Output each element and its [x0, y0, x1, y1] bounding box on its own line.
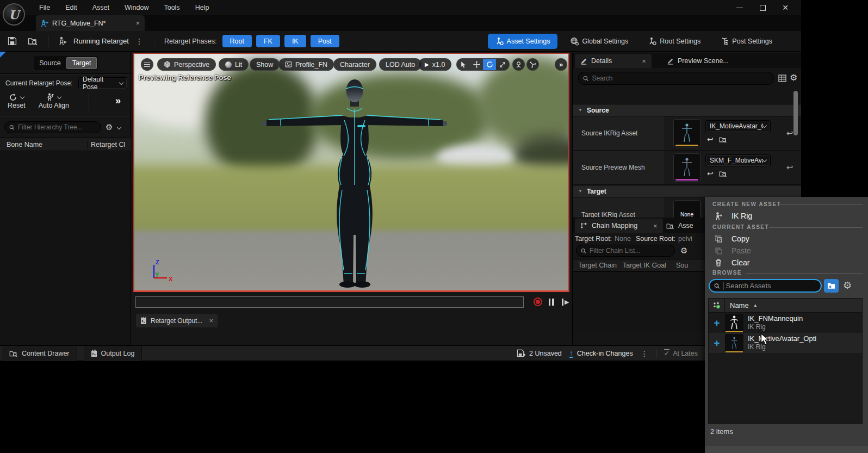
save-button[interactable]	[8, 36, 17, 46]
menu-item-clear[interactable]: Clear	[705, 257, 868, 269]
col-source-chain[interactable]: Sou	[676, 262, 688, 269]
target-toggle-button[interactable]: Target	[66, 57, 97, 69]
chevron-down-icon[interactable]	[117, 125, 121, 129]
auto-align-button[interactable]: Auto Align	[39, 93, 69, 109]
record-button[interactable]	[534, 297, 542, 306]
source-ikrig-thumbnail[interactable]	[673, 119, 700, 147]
post-settings-button[interactable]: Post Settings	[713, 34, 779, 49]
bone-table-body[interactable]	[0, 151, 130, 345]
unsaved-button[interactable]: 2 Unsaved	[517, 349, 562, 357]
menu-file[interactable]: File	[32, 0, 58, 15]
asset-settings-button[interactable]: Asset Settings	[488, 34, 557, 49]
reset-button[interactable]: Reset	[8, 93, 26, 109]
menu-edit[interactable]: Edit	[58, 0, 85, 15]
character-dropdown[interactable]: Character	[333, 58, 376, 71]
filter-gear-icon[interactable]: ⚙	[106, 122, 113, 132]
tab-close-icon[interactable]: ×	[642, 58, 646, 65]
browse-asset-icon[interactable]	[719, 136, 727, 143]
maximize-button[interactable]	[754, 2, 771, 14]
tab-preview-scene[interactable]: Preview Scene...	[661, 54, 734, 68]
menu-asset[interactable]: Asset	[85, 0, 117, 15]
chain-settings-gear-icon[interactable]: ⚙	[680, 246, 687, 256]
phase-ik-button[interactable]: IK	[284, 35, 306, 47]
col-bone-name[interactable]: Bone Name	[0, 141, 87, 148]
menu-window[interactable]: Window	[117, 0, 156, 15]
chain-filter-input[interactable]	[590, 247, 670, 255]
show-dropdown[interactable]: Show	[250, 58, 280, 71]
col-retarget-chain[interactable]: Retarget Cl	[87, 141, 125, 148]
tab-chain-mapping[interactable]: Chain Mapping ×	[575, 219, 663, 233]
preview-character[interactable]	[262, 75, 447, 288]
col-target-ik-goal[interactable]: Target IK Goal	[623, 262, 676, 269]
asset-search-input[interactable]	[726, 282, 816, 290]
browse-folder-button[interactable]	[824, 279, 839, 293]
move-tool-button[interactable]	[470, 58, 483, 71]
browse-asset-icon[interactable]	[719, 170, 727, 177]
add-asset-icon[interactable]: +	[709, 317, 725, 329]
pose-dropdown[interactable]: Default Pose	[78, 77, 127, 89]
use-selected-icon[interactable]: ↩	[707, 135, 714, 144]
view-options-gear-icon[interactable]: ⚙	[843, 280, 852, 291]
step-forward-button[interactable]: ▶	[561, 299, 569, 306]
lit-dropdown[interactable]: Lit	[219, 58, 249, 71]
source-ikrig-dropdown[interactable]: IK_MotiveAvatar_O	[705, 120, 771, 132]
output-log-button[interactable]: Output Log	[84, 346, 142, 361]
source-mesh-dropdown[interactable]: SKM_F_MotiveAva	[705, 154, 771, 166]
phase-root-button[interactable]: Root	[222, 35, 252, 47]
col-target-chain[interactable]: Target Chain	[573, 262, 623, 269]
tab-close-icon[interactable]: ×	[135, 20, 140, 27]
reset-to-default-icon[interactable]: ↩	[778, 151, 801, 184]
section-source[interactable]: ▼ Source	[573, 104, 801, 116]
scale-tool-button[interactable]	[496, 58, 509, 71]
phase-post-button[interactable]: Post	[311, 35, 339, 47]
menu-help[interactable]: Help	[188, 0, 217, 15]
perspective-dropdown[interactable]: Perspective	[157, 58, 216, 71]
menu-item-ik-rig[interactable]: IK Rig	[705, 210, 868, 222]
close-window-button[interactable]: ✕	[777, 2, 793, 14]
section-target[interactable]: ▼ Target	[573, 185, 801, 197]
source-control-kebab-icon[interactable]: ⋮	[641, 349, 648, 358]
menu-item-copy[interactable]: Copy	[705, 233, 868, 245]
tab-retarget-output[interactable]: Retarget Output... ×	[136, 314, 218, 327]
phase-fk-button[interactable]: FK	[256, 35, 280, 47]
pause-button[interactable]	[548, 299, 555, 307]
rotate-tool-button[interactable]	[483, 58, 496, 71]
tab-close-icon[interactable]: ×	[209, 317, 213, 324]
details-search-input[interactable]	[592, 75, 769, 82]
add-asset-icon[interactable]: +	[709, 337, 725, 349]
chevron-down-icon[interactable]	[20, 94, 24, 98]
retarget-options-kebab-icon[interactable]: ⋮	[135, 37, 143, 46]
tab-rtg-motive-fn[interactable]: RTG_Motive_FN* ×	[36, 15, 145, 31]
minimize-button[interactable]	[731, 2, 748, 14]
name-column-header[interactable]: Name	[730, 301, 749, 309]
running-retarget-button[interactable]: Running Retarget	[73, 37, 129, 45]
local-axes-button[interactable]	[526, 58, 539, 71]
profile-dropdown[interactable]: Profile_FN	[278, 58, 334, 71]
tab-details[interactable]: Details ×	[575, 54, 652, 68]
tab-asset-browser[interactable]: Asse	[661, 219, 699, 233]
timeline-scrub-bar[interactable]	[135, 296, 524, 308]
checkin-changes-button[interactable]: ↑ Check-in Changes	[569, 349, 633, 358]
asset-row-ik-fnmannequin[interactable]: + IK_FNMannequin IK Rig	[709, 313, 862, 333]
viewport[interactable]: Perspective Lit Show Profile_FN Characte…	[133, 53, 569, 292]
content-drawer-button[interactable]: Content Drawer	[2, 346, 77, 361]
source-mesh-thumbnail[interactable]	[673, 153, 700, 182]
browse-to-asset-button[interactable]	[28, 36, 38, 46]
viewport-overflow-button[interactable]: »	[555, 58, 567, 71]
display-mode-icon[interactable]	[778, 75, 786, 82]
select-tool-button[interactable]	[457, 58, 470, 71]
playback-speed-button[interactable]: ▶ x1.0	[418, 58, 451, 71]
expand-toolbar-icon[interactable]: »	[115, 95, 121, 107]
use-selected-icon[interactable]: ↩	[707, 169, 714, 178]
lod-dropdown[interactable]: LOD Auto	[379, 58, 421, 71]
global-settings-button[interactable]: Global Settings	[563, 34, 636, 49]
hierarchy-filter-input[interactable]	[18, 123, 96, 131]
root-settings-button[interactable]: Root Settings	[641, 34, 708, 49]
source-toggle-button[interactable]: Source	[35, 57, 65, 69]
menu-tools[interactable]: Tools	[156, 0, 187, 15]
tab-close-icon[interactable]: ×	[653, 222, 658, 229]
chevron-down-icon[interactable]	[57, 94, 61, 98]
viewport-menu-button[interactable]	[141, 58, 153, 71]
world-transform-button[interactable]	[512, 58, 525, 71]
column-settings-button[interactable]	[709, 299, 725, 312]
